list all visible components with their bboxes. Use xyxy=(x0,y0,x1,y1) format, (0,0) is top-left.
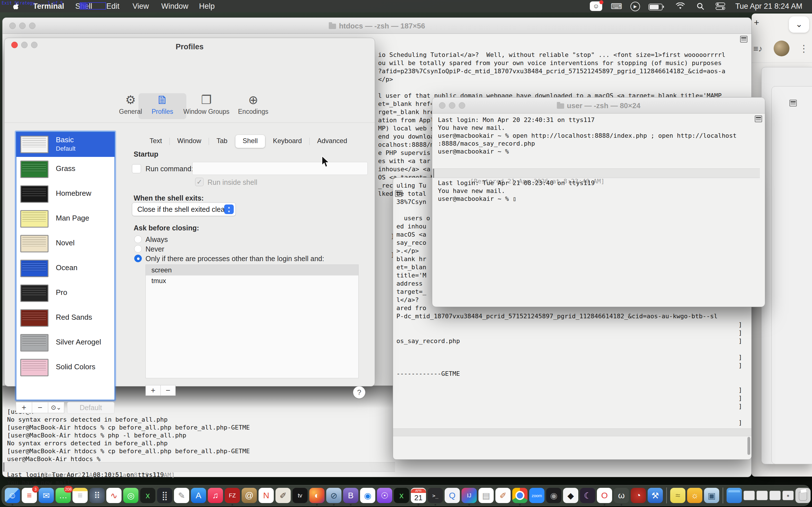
radio-never[interactable] xyxy=(134,245,142,252)
dock-icon-quicktime[interactable]: Q xyxy=(445,488,460,503)
dock-icon-textedit[interactable]: ✎ xyxy=(174,488,189,503)
dock-icon-launchpad[interactable]: ⠿ xyxy=(89,488,105,503)
process-list-item[interactable]: tmux xyxy=(146,276,358,286)
profile-list-item-pro[interactable]: Pro xyxy=(16,281,114,305)
profiles-window[interactable]: Profiles ⚙ General 🗎 Profiles ❐ Window G… xyxy=(4,38,375,386)
profile-list[interactable]: BasicDefaultGrassHomebrewMan PageNovelOc… xyxy=(16,131,115,400)
dock-icon-xcode[interactable]: ⚒ xyxy=(648,488,663,503)
browser-tab-overview-button[interactable]: ⌄ xyxy=(789,16,809,33)
battery-icon[interactable] xyxy=(649,4,663,10)
dock-icon-toothfairy[interactable]: ω xyxy=(614,488,629,503)
dock-icon-inkscape[interactable]: ◆ xyxy=(563,488,578,503)
dock-icon-filezilla[interactable]: FZ xyxy=(225,488,240,503)
add-profile-button[interactable]: + xyxy=(16,402,32,413)
dock-icon-cat-app[interactable]: ☾ xyxy=(580,488,595,503)
tab-text[interactable]: Text xyxy=(142,135,169,148)
menu-help[interactable]: Help xyxy=(199,2,215,11)
dock-icon-bbedit[interactable]: B xyxy=(343,488,358,503)
radio-always[interactable] xyxy=(134,235,142,243)
radio-only-if-processes[interactable] xyxy=(134,255,142,262)
keyboard-status-icon[interactable]: ⌨ xyxy=(611,2,622,11)
tab-keyboard[interactable]: Keyboard xyxy=(266,135,309,148)
profile-actions-menu-button[interactable]: ⊙⌄ xyxy=(48,402,64,413)
dock-icon-grapher[interactable]: ∿ xyxy=(106,488,121,503)
tab-shell[interactable]: Shell xyxy=(236,135,265,148)
dock-icon-xterm-alt[interactable]: x xyxy=(394,488,409,503)
add-process-button[interactable]: + xyxy=(146,385,161,396)
user-terminal-window[interactable]: user — -zsh — 80×24 [Restored 21 Apr 202… xyxy=(432,97,765,307)
remove-profile-button[interactable]: − xyxy=(32,402,48,413)
set-default-button[interactable]: Default xyxy=(67,402,114,414)
profile-list-item-man-page[interactable]: Man Page xyxy=(16,207,114,231)
dock-icon-facetime[interactable]: ◎ xyxy=(123,488,139,503)
menu-edit[interactable]: Edit xyxy=(106,2,119,11)
menu-clock[interactable]: Tue Apr 21 8:24 AM xyxy=(735,2,802,11)
dock-icon-app-store[interactable]: A xyxy=(191,488,206,503)
dock-icon-terminal[interactable]: >_ xyxy=(428,488,443,503)
profile-list-item-basic[interactable]: BasicDefault xyxy=(16,132,114,157)
dock-icon-app-tamer[interactable]: ⊘ xyxy=(326,488,342,503)
dock-icon-downloads-folder[interactable] xyxy=(726,488,742,503)
dock-icon-disc-utility[interactable]: ◉ xyxy=(546,488,561,503)
dock-icon-chrome[interactable] xyxy=(512,488,527,503)
dock-icon-stickies[interactable]: ≈ xyxy=(670,488,686,503)
tab-advanced[interactable]: Advanced xyxy=(310,135,355,148)
dock-icon-libreoffice[interactable]: ▤ xyxy=(478,488,494,503)
profile-list-item-grass[interactable]: Grass xyxy=(16,157,114,182)
queue-icon[interactable]: ≡♪ xyxy=(753,44,763,54)
browser-new-tab-button[interactable]: + xyxy=(754,17,759,28)
help-button[interactable]: ? xyxy=(353,386,365,399)
profile-list-item-solid-colors[interactable]: Solid Colors xyxy=(16,355,114,380)
dock-icon-minimized-terminal-1[interactable] xyxy=(744,491,755,500)
dock-icon-mail[interactable]: ✉ xyxy=(39,488,54,503)
run-inside-shell-checkbox[interactable]: ✓ xyxy=(195,178,204,186)
dock-icon-intellij-idea[interactable]: IJ xyxy=(462,488,477,503)
run-command-checkbox[interactable] xyxy=(132,164,141,173)
dock-icon-calendar[interactable]: APR21 xyxy=(411,488,426,503)
status-app-icon[interactable]: ☺ xyxy=(590,1,602,11)
shell-exits-popup[interactable]: Close if the shell exited cleanly ▴▾ xyxy=(132,203,236,216)
dock-icon-reminders[interactable]: ≡3 xyxy=(22,488,37,503)
user-titlebar[interactable]: user — -zsh — 80×24 xyxy=(432,98,765,114)
tab-window[interactable]: Window xyxy=(170,135,209,148)
wifi-icon[interactable] xyxy=(675,3,685,10)
dock-icon-finder[interactable]: ☺ xyxy=(5,488,20,503)
dock-icon-keypad-utility[interactable]: ⣿ xyxy=(157,488,172,503)
dock-icon-firefox[interactable]: ◐ xyxy=(309,488,324,503)
process-list-item[interactable]: screen xyxy=(146,265,358,276)
dock-icon-podcasts[interactable]: ☉ xyxy=(377,488,392,503)
scrollbar-thumb[interactable] xyxy=(748,437,750,455)
dock-icon-trash[interactable] xyxy=(795,488,811,503)
dock-icon-contacts-brown[interactable]: @ xyxy=(242,488,257,503)
dock-icon-opera[interactable]: O xyxy=(597,488,612,503)
dock-icon-messages[interactable]: …208 xyxy=(56,488,71,503)
dock-icon-apple-tv[interactable]: tv xyxy=(292,488,308,503)
dock-icon-minimized-terminal-3[interactable] xyxy=(769,491,781,500)
kebab-menu-icon[interactable]: ⋮ xyxy=(799,43,809,54)
process-list[interactable]: screen tmux xyxy=(146,265,359,378)
toolbar-tab-window-groups[interactable]: ❐ Window Groups xyxy=(183,93,231,115)
dock-icon-gimp[interactable]: ✐ xyxy=(275,488,291,503)
tab-tab[interactable]: Tab xyxy=(209,135,235,148)
profile-list-item-ocean[interactable]: Ocean xyxy=(16,256,114,281)
menu-view[interactable]: View xyxy=(133,2,149,11)
settings-tab-bar[interactable]: TextWindowTabShellKeyboardAdvanced xyxy=(126,135,371,148)
dock-icon-minimized-chrome[interactable]: ◉ xyxy=(782,491,794,500)
play-status-icon[interactable]: ▶ xyxy=(630,2,640,11)
dock-icon-minimized-terminal-2[interactable] xyxy=(756,491,768,500)
remove-process-button[interactable]: − xyxy=(160,385,175,396)
profile-list-item-red-sands[interactable]: Red Sands xyxy=(16,305,114,330)
dock-icon-lightbulb-app[interactable]: ☼ xyxy=(687,488,702,503)
dock-icon-screenshot-app[interactable]: ▣ xyxy=(704,488,719,503)
avatar[interactable] xyxy=(774,41,790,56)
dock-icon-xterm[interactable]: x xyxy=(140,488,155,503)
dock-icon-music[interactable]: ♫ xyxy=(208,488,223,503)
toolbar-tab-encodings[interactable]: ⊕ Encodings xyxy=(229,93,277,115)
dock-icon-news[interactable]: N xyxy=(259,488,274,503)
profile-list-item-homebrew[interactable]: Homebrew xyxy=(16,182,114,207)
search-icon[interactable] xyxy=(696,2,704,10)
dock-icon-notes[interactable]: ≡ xyxy=(72,488,88,503)
control-center-icon[interactable] xyxy=(716,3,725,10)
menu-window[interactable]: Window xyxy=(161,2,188,11)
dock-icon-speedtest[interactable]: ◔ xyxy=(631,488,646,503)
